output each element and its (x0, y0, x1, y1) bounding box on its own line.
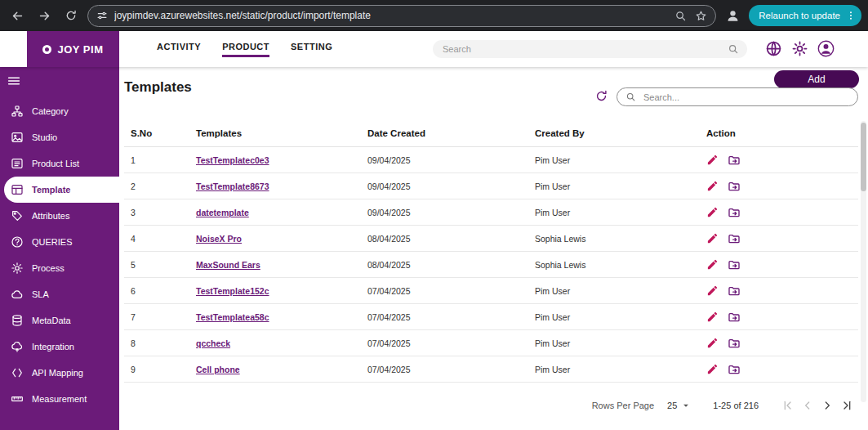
browser-toolbar: joypimdev.azurewebsites.net/static/produ… (0, 0, 868, 31)
cell-date: 08/04/2025 (367, 260, 535, 270)
table-row: 9 Cell phone 07/04/2025 Pim User (124, 356, 858, 383)
nav-item-activity[interactable]: ACTIVITY (157, 31, 201, 67)
template-search[interactable] (617, 87, 858, 106)
sidebar-item-metadata[interactable]: MetaData (0, 307, 119, 334)
cell-date: 09/04/2025 (367, 181, 535, 191)
cell-created-by: Sophia Lewis (535, 260, 706, 270)
edit-icon[interactable] (706, 206, 719, 218)
cell-created-by: Pim User (535, 155, 706, 165)
forward-button[interactable] (33, 5, 55, 26)
sidebar-item-sla[interactable]: SLA (0, 281, 119, 307)
template-link[interactable]: TestTemplatea58c (196, 312, 269, 322)
url-text: joypimdev.azurewebsites.net/static/produ… (114, 10, 668, 21)
table-row: 8 qccheck 07/04/2025 Pim User (124, 330, 858, 356)
settings-gear-icon[interactable] (790, 39, 809, 58)
relaunch-button[interactable]: Relaunch to update (749, 5, 861, 26)
sidebar-item-api-mapping[interactable]: API Mapping (0, 360, 119, 386)
search-icon[interactable] (674, 10, 687, 22)
copy-icon[interactable] (727, 179, 741, 193)
template-icon (11, 183, 24, 196)
sidebar-item-category[interactable]: Category (0, 98, 119, 124)
sidebar-item-product-list[interactable]: Product List (0, 150, 119, 177)
template-link[interactable]: NoiseX Pro (196, 234, 242, 244)
bookmark-star-icon[interactable] (695, 10, 707, 22)
template-link[interactable]: TestTemplate152c (196, 286, 269, 296)
table-row: 7 TestTemplatea58c 07/04/2025 Pim User (124, 304, 858, 330)
url-bar[interactable]: joypimdev.azurewebsites.net/static/produ… (87, 5, 716, 27)
table-row: 1 TestTemplatec0e3 09/04/2025 Pim User (124, 147, 858, 173)
refresh-icon[interactable] (594, 89, 608, 103)
copy-icon[interactable] (727, 205, 741, 219)
edit-icon[interactable] (706, 154, 719, 166)
copy-icon[interactable] (727, 336, 741, 350)
rows-per-page-select[interactable]: 25 (667, 400, 692, 411)
copy-icon[interactable] (727, 231, 741, 245)
cell-date: 08/04/2025 (367, 234, 535, 244)
last-page-button[interactable] (837, 396, 857, 415)
header-search[interactable] (433, 40, 747, 58)
template-link[interactable]: MaxSound Ears (196, 260, 260, 270)
nav-item-setting[interactable]: SETTING (291, 31, 332, 67)
sidebar-item-integration[interactable]: Integration (0, 334, 119, 360)
search-icon (625, 92, 636, 102)
edit-icon[interactable] (706, 311, 719, 323)
sidebar-item-measurement[interactable]: Measurement (0, 386, 119, 412)
cell-date: 09/04/2025 (367, 208, 535, 217)
template-link[interactable]: datetemplate (196, 208, 249, 217)
edit-icon[interactable] (706, 232, 719, 244)
table-row: 5 MaxSound Ears 08/04/2025 Sophia Lewis (124, 252, 858, 278)
sidebar: Category Studio Product List Template (0, 67, 119, 430)
sidebar-item-attributes[interactable]: Attributes (0, 203, 119, 229)
sidebar-item-process[interactable]: Process (0, 255, 119, 281)
copy-icon[interactable] (727, 258, 741, 271)
copy-icon[interactable] (727, 284, 741, 298)
copy-icon[interactable] (727, 310, 741, 324)
cell-sno: 8 (124, 338, 196, 348)
edit-icon[interactable] (706, 284, 719, 297)
account-icon[interactable] (817, 39, 835, 58)
template-link[interactable]: qccheck (196, 338, 230, 348)
measurement-icon (11, 392, 24, 405)
cell-sno: 3 (124, 208, 196, 217)
menu-hamburger-icon[interactable] (7, 74, 26, 93)
cell-date: 07/04/2025 (367, 312, 535, 322)
browser-menu-icon[interactable] (845, 10, 857, 21)
template-link[interactable]: TestTemplate8673 (196, 181, 269, 191)
template-search-input[interactable] (642, 92, 849, 103)
metadata-icon (11, 314, 24, 327)
col-header-date: Date Created (367, 128, 535, 138)
cell-created-by: Pim User (535, 208, 706, 217)
previous-page-button[interactable] (798, 396, 817, 415)
first-page-button[interactable] (778, 396, 798, 415)
next-page-button[interactable] (817, 396, 837, 415)
rows-per-page-value: 25 (667, 401, 677, 410)
scrollbar-thumb[interactable] (861, 123, 866, 191)
edit-icon[interactable] (706, 363, 719, 375)
template-link[interactable]: Cell phone (196, 365, 240, 374)
sidebar-item-template[interactable]: Template (4, 177, 119, 203)
back-button[interactable] (7, 5, 28, 26)
cell-date: 07/04/2025 (367, 338, 535, 348)
edit-icon[interactable] (706, 258, 719, 271)
copy-icon[interactable] (727, 362, 741, 376)
profile-icon[interactable] (722, 5, 743, 26)
nav-item-product[interactable]: PRODUCT (222, 31, 269, 67)
header-search-input[interactable] (441, 43, 721, 55)
globe-icon[interactable] (764, 39, 783, 58)
col-header-action: Action (706, 128, 858, 138)
edit-icon[interactable] (706, 337, 719, 349)
edit-icon[interactable] (706, 180, 719, 192)
search-icon[interactable] (728, 43, 739, 55)
cell-created-by: Pim User (535, 365, 706, 374)
cell-sno: 5 (124, 260, 196, 270)
template-link[interactable]: TestTemplatec0e3 (196, 155, 269, 165)
reload-button[interactable] (60, 5, 82, 26)
sidebar-item-queries[interactable]: QUERIES (0, 229, 119, 255)
relaunch-label: Relaunch to update (759, 11, 840, 20)
add-button[interactable]: Add (774, 70, 859, 88)
integration-icon (11, 340, 24, 353)
site-settings-icon[interactable] (96, 10, 108, 21)
copy-icon[interactable] (727, 153, 741, 167)
sidebar-item-studio[interactable]: Studio (0, 124, 119, 150)
chevron-down-icon (680, 400, 692, 411)
